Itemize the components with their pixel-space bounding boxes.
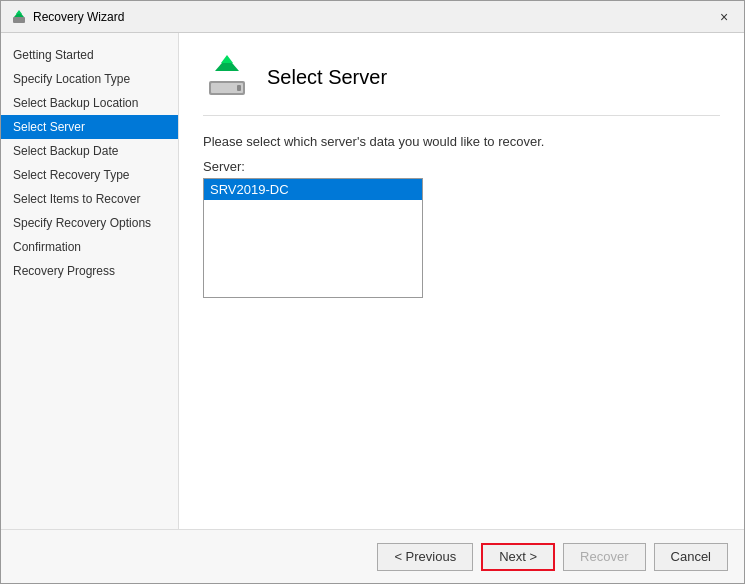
sidebar-item-specify-recovery-options[interactable]: Specify Recovery Options xyxy=(1,211,178,235)
sidebar-item-recovery-progress[interactable]: Recovery Progress xyxy=(1,259,178,283)
wizard-icon xyxy=(11,9,27,25)
main-content: Select Server Please select which server… xyxy=(179,33,744,529)
description-text: Please select which server's data you wo… xyxy=(203,134,720,149)
sidebar: Getting Started Specify Location Type Se… xyxy=(1,33,179,529)
sidebar-item-select-backup-location[interactable]: Select Backup Location xyxy=(1,91,178,115)
title-bar-text: Recovery Wizard xyxy=(33,10,124,24)
sidebar-item-select-items-to-recover[interactable]: Select Items to Recover xyxy=(1,187,178,211)
close-button[interactable]: × xyxy=(714,7,734,27)
title-bar-left: Recovery Wizard xyxy=(11,9,124,25)
sidebar-item-specify-location-type[interactable]: Specify Location Type xyxy=(1,67,178,91)
svg-rect-5 xyxy=(237,85,241,91)
page-header: Select Server xyxy=(203,53,720,116)
header-icon xyxy=(203,53,251,101)
page-title: Select Server xyxy=(267,66,387,89)
sidebar-item-confirmation[interactable]: Confirmation xyxy=(1,235,178,259)
server-list[interactable]: SRV2019-DC xyxy=(203,178,423,298)
cancel-button[interactable]: Cancel xyxy=(654,543,728,571)
sidebar-item-select-recovery-type[interactable]: Select Recovery Type xyxy=(1,163,178,187)
server-field-label: Server: xyxy=(203,159,720,174)
svg-rect-0 xyxy=(13,17,25,23)
dialog-body: Getting Started Specify Location Type Se… xyxy=(1,33,744,529)
sidebar-item-select-server[interactable]: Select Server xyxy=(1,115,178,139)
server-list-item[interactable]: SRV2019-DC xyxy=(204,179,422,200)
svg-marker-2 xyxy=(16,10,22,14)
previous-button[interactable]: < Previous xyxy=(377,543,473,571)
recovery-wizard-dialog: Recovery Wizard × Getting Started Specif… xyxy=(0,0,745,584)
sidebar-item-getting-started[interactable]: Getting Started xyxy=(1,43,178,67)
footer: < Previous Next > Recover Cancel xyxy=(1,529,744,583)
title-bar: Recovery Wizard × xyxy=(1,1,744,33)
recover-button[interactable]: Recover xyxy=(563,543,645,571)
svg-marker-7 xyxy=(221,55,233,63)
next-button[interactable]: Next > xyxy=(481,543,555,571)
sidebar-item-select-backup-date[interactable]: Select Backup Date xyxy=(1,139,178,163)
